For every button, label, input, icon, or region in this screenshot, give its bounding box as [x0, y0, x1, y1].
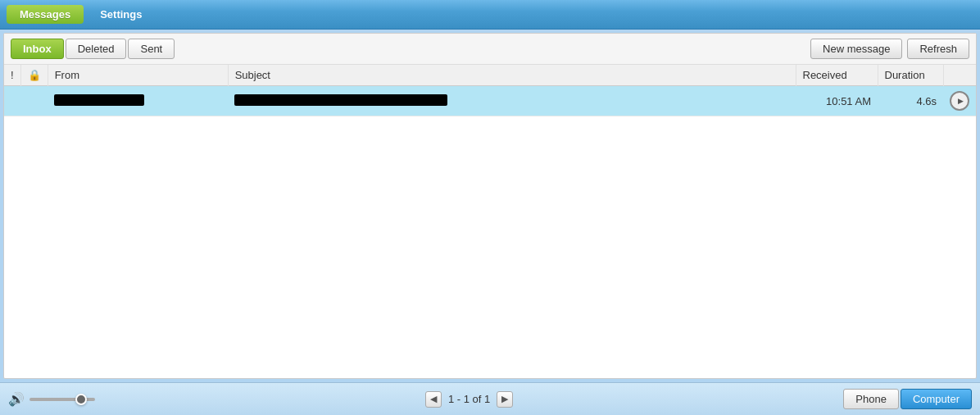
bottom-bar: 🔊 ◀ 1 - 1 of 1 ▶ Phone Computer: [0, 382, 980, 415]
tab-sent[interactable]: Sent: [128, 39, 175, 59]
volume-thumb[interactable]: [75, 394, 87, 405]
nav-tab-messages[interactable]: Messages: [7, 5, 84, 24]
row-from: [48, 86, 228, 116]
col-header-received: Received: [796, 65, 878, 86]
volume-icon: 🔊: [8, 391, 25, 407]
table-header-row: ! 🔒 From Subject Received Duration: [4, 65, 976, 86]
table-row[interactable]: 10:51 AM 4.6s: [4, 86, 976, 116]
computer-button[interactable]: Computer: [901, 389, 972, 409]
main-content-area: Inbox Deleted Sent New message Refresh !…: [3, 33, 977, 379]
row-received: 10:51 AM: [796, 86, 878, 116]
col-header-lock: 🔒: [20, 65, 48, 86]
from-redacted: [54, 94, 144, 106]
volume-slider[interactable]: [29, 398, 95, 401]
col-header-flag: !: [4, 65, 20, 86]
lock-icon: 🔒: [28, 69, 41, 81]
col-header-duration: Duration: [878, 65, 943, 86]
volume-control: 🔊: [8, 391, 95, 407]
prev-page-button[interactable]: ◀: [425, 391, 442, 408]
row-flag: [4, 86, 20, 116]
row-play[interactable]: [943, 86, 976, 116]
tab-inbox[interactable]: Inbox: [11, 39, 64, 59]
subject-redacted: [234, 94, 447, 106]
pagination-controls: ◀ 1 - 1 of 1 ▶: [95, 391, 843, 408]
page-info: 1 - 1 of 1: [448, 393, 490, 405]
next-page-button[interactable]: ▶: [497, 391, 513, 408]
folder-tab-group: Inbox Deleted Sent: [11, 39, 175, 59]
toolbar: Inbox Deleted Sent New message Refresh: [4, 34, 976, 65]
new-message-button[interactable]: New message: [810, 39, 902, 59]
nav-tab-settings[interactable]: Settings: [87, 5, 155, 24]
device-selector: Phone Computer: [843, 389, 972, 409]
col-header-from: From: [48, 65, 228, 86]
row-lock: [20, 86, 48, 116]
tab-deleted[interactable]: Deleted: [66, 39, 127, 59]
col-header-subject: Subject: [228, 65, 796, 86]
row-subject: [228, 86, 796, 116]
refresh-button[interactable]: Refresh: [907, 39, 969, 59]
col-header-play: [943, 65, 976, 86]
message-table-area: ! 🔒 From Subject Received Duration: [4, 65, 976, 378]
phone-button[interactable]: Phone: [843, 389, 899, 409]
top-nav-bar: Messages Settings: [0, 0, 980, 30]
row-duration: 4.6s: [878, 86, 943, 116]
message-table: ! 🔒 From Subject Received Duration: [4, 65, 976, 116]
play-button[interactable]: [950, 91, 969, 111]
